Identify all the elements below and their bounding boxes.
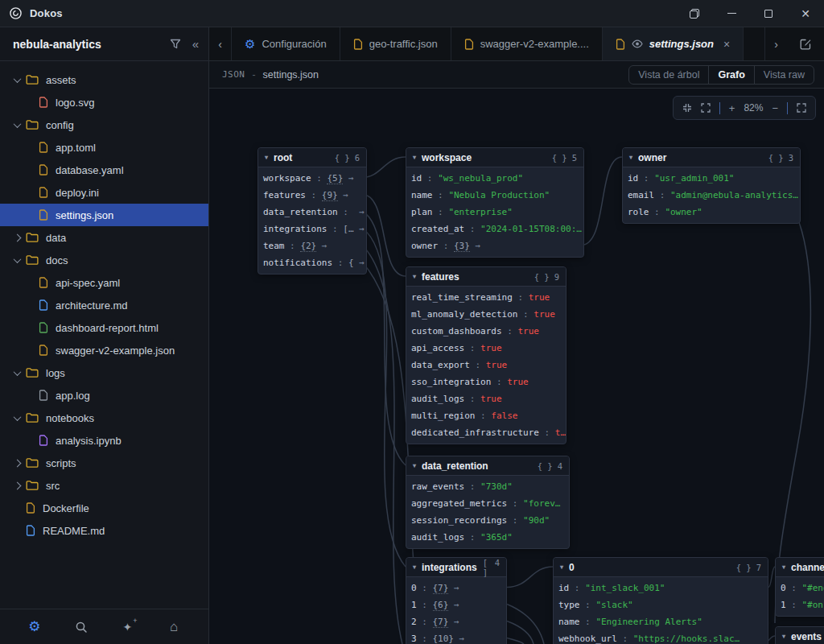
tree-item-settings-json[interactable]: settings.json bbox=[0, 204, 208, 226]
tree-item-api-spec-yaml[interactable]: api-spec.yaml bbox=[0, 271, 208, 294]
tree-item-dockerfile[interactable]: Dockerfile bbox=[0, 497, 208, 519]
tree-item-docs[interactable]: docs bbox=[0, 249, 208, 271]
node-row-features[interactable]: features : {9} → bbox=[258, 187, 366, 204]
folder-icon bbox=[26, 367, 39, 378]
chevron-down-icon[interactable] bbox=[13, 120, 21, 128]
collapse-sidebar-icon[interactable]: « bbox=[192, 37, 199, 51]
tree-item-config[interactable]: config bbox=[0, 114, 208, 136]
tree-item-app-log[interactable]: app.log bbox=[0, 384, 208, 407]
project-name: nebula-analytics bbox=[13, 38, 101, 51]
ai-sparkle-icon[interactable]: ✦ + bbox=[115, 615, 139, 639]
tree-item-swagger-v2-example-json[interactable]: swagger-v2-example.json bbox=[0, 339, 208, 361]
new-file-icon[interactable] bbox=[787, 27, 824, 60]
node-header[interactable]: ▾root{ }6 bbox=[258, 148, 366, 167]
chevron-slot bbox=[8, 370, 26, 376]
node-row-3[interactable]: 3 : {10} → bbox=[406, 630, 506, 644]
node-header[interactable]: ▾events bbox=[776, 627, 824, 644]
tree-item-label: database.yaml bbox=[56, 164, 124, 176]
close-tab-icon[interactable]: × bbox=[723, 38, 730, 51]
node-header[interactable]: ▾features{ }9 bbox=[406, 267, 566, 287]
tree-item-assets[interactable]: assets bbox=[0, 68, 208, 91]
tree-item-readme-md[interactable]: README.md bbox=[0, 519, 208, 542]
graph-canvas[interactable]: + 82% − ▾root{ }6workspace : {5} →featur… bbox=[209, 89, 824, 644]
home-icon[interactable]: ⌂ bbox=[162, 615, 186, 639]
collapse-triangle-icon[interactable]: ▾ bbox=[413, 564, 416, 571]
graph-node-data-retention: ▾data_retention{ }4raw_events : "730d"ag… bbox=[406, 456, 570, 549]
zoom-out-button[interactable]: − bbox=[772, 102, 778, 114]
chevron-right-icon[interactable] bbox=[13, 481, 21, 489]
tree-item-deploy-ini[interactable]: deploy.ini bbox=[0, 181, 208, 204]
view-option-grafo[interactable]: Grafo bbox=[708, 66, 753, 84]
node-row-role: role : "owner" bbox=[623, 204, 800, 221]
chevron-down-icon[interactable] bbox=[13, 413, 21, 421]
window-close-icon[interactable]: ✕ bbox=[787, 0, 824, 27]
collapse-triangle-icon[interactable]: ▾ bbox=[782, 633, 785, 640]
node-row-1: 1 : "#on- bbox=[776, 597, 824, 613]
node-row-integrations[interactable]: integrations : [… → bbox=[258, 221, 366, 237]
view-option-vista-de-rbol[interactable]: Vista de árbol bbox=[629, 66, 708, 84]
window-minimize-icon[interactable] bbox=[713, 0, 750, 27]
collapse-triangle-icon[interactable]: ▾ bbox=[782, 564, 785, 571]
tab-configuraci-n[interactable]: ⚙Configuración bbox=[232, 27, 340, 60]
focus-frame-icon[interactable] bbox=[701, 103, 711, 113]
chevron-down-icon[interactable] bbox=[13, 255, 21, 263]
tree-item-label: app.toml bbox=[56, 142, 96, 154]
file-tree[interactable]: assetslogo.svgconfigapp.tomldatabase.yam… bbox=[0, 61, 208, 609]
tree-item-analysis-ipynb[interactable]: analysis.ipynb bbox=[0, 429, 208, 452]
tab-geo-traffic-json[interactable]: geo-traffic.json bbox=[340, 27, 451, 60]
node-row-2[interactable]: 2 : {7} → bbox=[406, 613, 506, 630]
node-row-0[interactable]: 0 : {7} → bbox=[406, 580, 506, 597]
collapse-triangle-icon[interactable]: ▾ bbox=[265, 154, 268, 161]
node-row-1[interactable]: 1 : {6} → bbox=[406, 597, 506, 613]
tree-item-src[interactable]: src bbox=[0, 474, 208, 497]
node-row-team[interactable]: team : {2} → bbox=[258, 237, 366, 254]
node-row-notifications[interactable]: notifications : { → bbox=[258, 254, 366, 271]
node-row-owner[interactable]: owner : {3} → bbox=[406, 237, 583, 254]
filter-icon[interactable] bbox=[170, 39, 181, 49]
tree-item-dashboard-report-html[interactable]: dashboard-report.html bbox=[0, 316, 208, 339]
collapse-triangle-icon[interactable]: ▾ bbox=[629, 154, 632, 161]
tab-swagger-v2-example[interactable]: swagger-v2-example.... bbox=[451, 27, 603, 60]
node-header[interactable]: ▾data_retention{ }4 bbox=[406, 456, 569, 476]
tree-item-data[interactable]: data bbox=[0, 226, 208, 249]
chevron-right-icon[interactable] bbox=[13, 459, 21, 467]
main-area: ‹ ⚙Configuracióngeo-traffic.jsonswagger-… bbox=[209, 27, 824, 644]
zoom-in-button[interactable]: + bbox=[729, 102, 735, 114]
tree-item-architecture-md[interactable]: architecture.md bbox=[0, 294, 208, 316]
tree-item-label: analysis.ipynb bbox=[56, 435, 122, 447]
fullscreen-icon[interactable] bbox=[797, 103, 806, 113]
tree-item-notebooks[interactable]: notebooks bbox=[0, 407, 208, 429]
edge bbox=[362, 229, 406, 568]
tabs-scroll-left-icon[interactable]: ‹ bbox=[209, 27, 232, 60]
fit-view-icon[interactable] bbox=[682, 103, 692, 113]
toolbar-divider bbox=[719, 102, 720, 114]
settings-gear-icon[interactable]: ⚙ bbox=[23, 615, 47, 639]
chevron-down-icon[interactable] bbox=[13, 368, 21, 376]
tree-item-scripts[interactable]: scripts bbox=[0, 452, 208, 474]
collapse-triangle-icon[interactable]: ▾ bbox=[413, 462, 416, 469]
search-icon[interactable] bbox=[69, 615, 93, 639]
file-icon bbox=[39, 142, 48, 153]
node-header[interactable]: ▾workspace{ }5 bbox=[406, 148, 583, 167]
tree-item-logs[interactable]: logs bbox=[0, 361, 208, 384]
window-pages-icon[interactable] bbox=[676, 0, 713, 27]
node-header[interactable]: ▾channels bbox=[776, 558, 824, 577]
chevron-down-icon[interactable] bbox=[13, 75, 21, 83]
collapse-triangle-icon[interactable]: ▾ bbox=[413, 154, 416, 161]
node-header[interactable]: ▾integrations[ ]4 bbox=[406, 558, 506, 577]
collapse-triangle-icon[interactable]: ▾ bbox=[560, 564, 563, 571]
tree-item-logo-svg[interactable]: logo.svg bbox=[0, 91, 208, 114]
tree-item-database-yaml[interactable]: database.yaml bbox=[0, 159, 208, 181]
chevron-right-icon[interactable] bbox=[13, 233, 21, 242]
collapse-triangle-icon[interactable]: ▾ bbox=[413, 273, 416, 280]
view-option-vista-raw[interactable]: Vista raw bbox=[754, 66, 814, 84]
tree-item-app-toml[interactable]: app.toml bbox=[0, 136, 208, 159]
window-maximize-icon[interactable] bbox=[750, 0, 787, 27]
node-header[interactable]: ▾0{ }7 bbox=[554, 558, 768, 577]
node-row-data-retention[interactable]: data_retention : → bbox=[258, 204, 366, 221]
node-row-workspace[interactable]: workspace : {5} → bbox=[258, 170, 366, 187]
tab-settings-json[interactable]: settings.json× bbox=[603, 27, 744, 60]
node-header[interactable]: ▾owner{ }3 bbox=[623, 148, 800, 167]
tabs-scroll-right-icon[interactable]: › bbox=[764, 27, 787, 60]
file-icon bbox=[616, 39, 625, 50]
